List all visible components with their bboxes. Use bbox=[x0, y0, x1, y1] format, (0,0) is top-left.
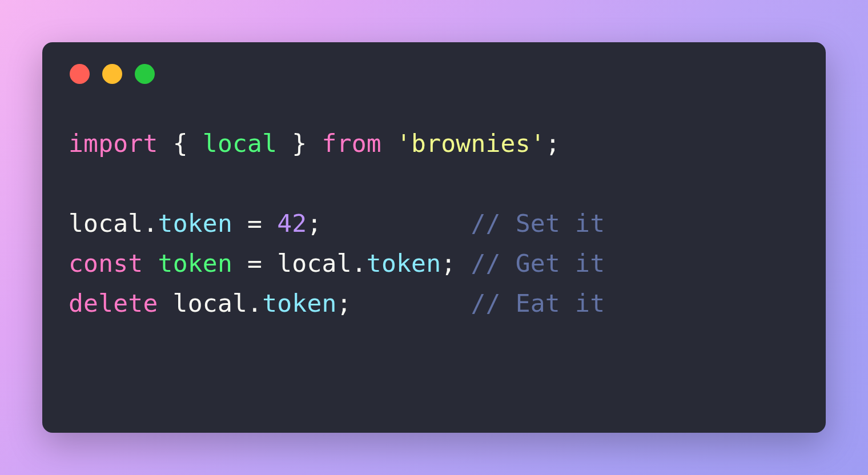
window-titlebar bbox=[69, 64, 799, 84]
code-token: ; bbox=[337, 289, 352, 317]
code-token: token bbox=[262, 289, 336, 317]
code-token: // Eat it bbox=[471, 289, 605, 317]
code-token: = bbox=[247, 209, 262, 238]
code-token: token bbox=[158, 209, 232, 238]
code-token bbox=[456, 249, 471, 277]
code-token: import bbox=[69, 129, 158, 158]
code-token: = bbox=[247, 249, 262, 277]
code-token: 'brownies' bbox=[396, 129, 545, 158]
code-token bbox=[232, 249, 247, 277]
code-token bbox=[322, 209, 471, 238]
code-token bbox=[307, 129, 322, 158]
code-line: import { local } from 'brownies'; bbox=[69, 124, 799, 164]
code-token: // Set it bbox=[471, 209, 605, 238]
code-token: local bbox=[262, 249, 352, 277]
code-token bbox=[143, 249, 158, 277]
traffic-light-zoom[interactable] bbox=[135, 64, 155, 84]
code-token: delete bbox=[69, 289, 158, 317]
code-window: import { local } from 'brownies'; local.… bbox=[42, 42, 826, 433]
code-token bbox=[381, 129, 396, 158]
code-token bbox=[158, 129, 173, 158]
code-token: local bbox=[158, 289, 248, 317]
code-token: from bbox=[322, 129, 381, 158]
code-token: // Get it bbox=[471, 249, 605, 277]
code-token bbox=[188, 129, 203, 158]
code-token: token bbox=[367, 249, 441, 277]
code-token: ; bbox=[307, 209, 322, 238]
code-token: ; bbox=[441, 249, 456, 277]
code-token: token bbox=[158, 249, 232, 277]
code-token: const bbox=[69, 249, 143, 277]
code-token bbox=[262, 209, 277, 238]
code-token: . bbox=[352, 249, 367, 277]
traffic-light-minimize[interactable] bbox=[102, 64, 122, 84]
code-line: const token = local.token; // Get it bbox=[69, 244, 799, 284]
code-token: ; bbox=[545, 129, 560, 158]
code-line bbox=[69, 164, 799, 204]
code-block: import { local } from 'brownies'; local.… bbox=[69, 124, 799, 323]
code-token: . bbox=[143, 209, 158, 238]
code-token: . bbox=[247, 289, 262, 317]
code-token bbox=[277, 129, 292, 158]
code-line: delete local.token; // Eat it bbox=[69, 284, 799, 324]
code-token: local bbox=[69, 209, 143, 238]
code-token: } bbox=[292, 129, 307, 158]
traffic-light-close[interactable] bbox=[70, 64, 90, 84]
code-line: local.token = 42; // Set it bbox=[69, 204, 799, 244]
code-token: local bbox=[203, 129, 277, 158]
code-token bbox=[352, 289, 471, 317]
code-token: 42 bbox=[277, 209, 307, 238]
code-token bbox=[232, 209, 247, 238]
code-token: { bbox=[173, 129, 188, 158]
